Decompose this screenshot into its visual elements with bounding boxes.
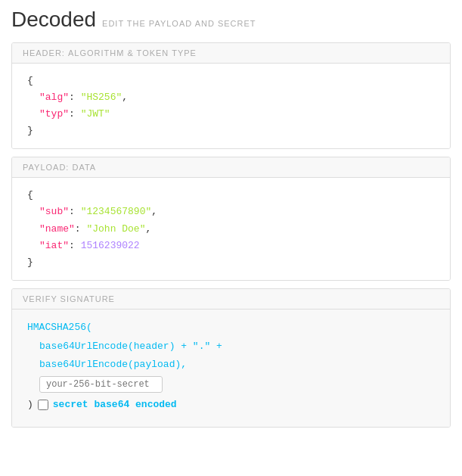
hmac-func: HMACSHA256( [27,322,92,333]
alg-value: "HS256" [81,92,122,103]
header-section: HEADER: ALGORITHM & TOKEN TYPE { "alg": … [11,42,451,149]
header-sublabel-text: ALGORITHM & TOKEN TYPE [68,48,197,58]
alg-key: "alg" [39,92,69,103]
edit-label: EDIT THE PAYLOAD AND SECRET [102,19,256,28]
verify-label-text: VERIFY SIGNATURE [23,294,115,303]
header-brace-close: } [27,125,33,136]
sig-line1: base64UrlEncode(header) + "." + [39,341,222,352]
page-title: Decoded [11,8,96,32]
verify-content: HMACSHA256( base64UrlEncode(header) + ".… [12,310,450,427]
verify-section: VERIFY SIGNATURE HMACSHA256( base64UrlEn… [11,288,451,428]
iat-key: "iat" [39,240,69,251]
sig-line2: base64UrlEncode(payload), [39,359,187,370]
header-brace-open: { [27,75,33,86]
sig-close-paren: ) [27,396,33,415]
payload-brace-open: { [27,189,33,201]
payload-sublabel-text: DATA [72,163,96,172]
sub-value: "1234567890" [81,206,152,217]
base64-checkbox-label: secret base64 encoded [53,396,177,415]
name-key: "name" [39,223,75,235]
iat-value: 1516239022 [81,240,140,251]
typ-value: "JWT" [81,108,110,120]
payload-brace-close: } [27,257,33,268]
header-label-text: HEADER: [23,48,65,58]
sub-key: "sub" [39,206,69,217]
typ-key: "typ" [39,108,69,120]
base64-checkbox[interactable] [38,400,48,410]
header-section-label: HEADER: ALGORITHM & TOKEN TYPE [12,43,450,64]
payload-content: { "sub": "1234567890", "name": "John Doe… [12,178,450,279]
secret-input[interactable] [39,376,163,393]
header-content: { "alg": "HS256", "typ": "JWT" } [12,64,450,148]
verify-section-label: VERIFY SIGNATURE [12,289,450,310]
name-value: "John Doe" [86,223,145,235]
payload-section-label: PAYLOAD: DATA [12,157,450,178]
payload-section: PAYLOAD: DATA { "sub": "1234567890", "na… [11,157,451,280]
payload-label-text: PAYLOAD: [23,163,69,172]
